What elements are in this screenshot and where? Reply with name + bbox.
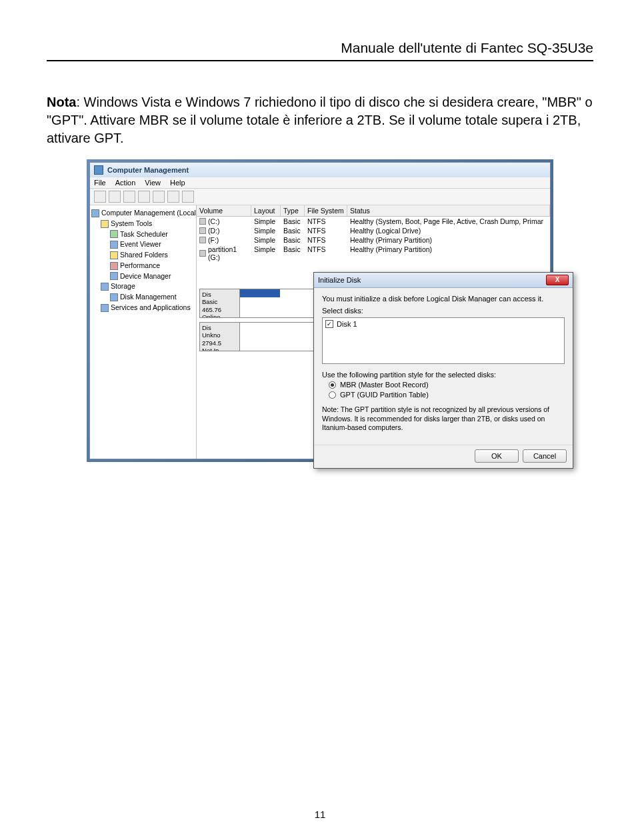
partition-style-label: Use the following partition style for th… [322, 371, 565, 379]
mbr-label: MBR (Master Boot Record) [340, 381, 429, 389]
radio-selected-icon[interactable] [329, 381, 336, 389]
menu-action[interactable]: Action [115, 179, 136, 187]
radio-icon[interactable] [329, 391, 336, 399]
tree-root[interactable]: Computer Management (Local [91, 208, 195, 219]
screenshot-container: Computer Management File Action View Hel… [87, 159, 553, 462]
toolbar-icon[interactable] [138, 191, 150, 203]
disk-icon [110, 293, 118, 301]
tree-disk-management[interactable]: Disk Management [91, 292, 195, 303]
tree-task-scheduler[interactable]: Task Scheduler [91, 229, 195, 240]
dialog-title: Initialize Disk [318, 276, 361, 284]
toolbar-icon[interactable] [182, 191, 194, 203]
col-layout[interactable]: Layout [251, 205, 281, 216]
mbr-radio-row[interactable]: MBR (Master Boot Record) [329, 381, 565, 389]
toolbar-icon[interactable] [123, 191, 135, 203]
close-button[interactable]: X [546, 275, 569, 285]
initialize-disk-dialog: Initialize Disk X You must initialize a … [313, 272, 573, 469]
tree-event-viewer[interactable]: Event Viewer [91, 239, 195, 250]
gpt-label: GPT (GUID Partition Table) [340, 391, 429, 399]
tree-system-tools[interactable]: System Tools [91, 219, 195, 229]
toolbar-icon[interactable] [167, 191, 179, 203]
volume-row[interactable]: (C:)SimpleBasicNTFSHealthy (System, Boot… [197, 217, 550, 226]
computer-icon [91, 209, 99, 217]
tree-performance[interactable]: Performance [91, 261, 195, 271]
tree-device-manager[interactable]: Device Manager [91, 271, 195, 282]
col-volume[interactable]: Volume [197, 205, 251, 216]
event-icon [110, 241, 118, 249]
volume-icon [199, 250, 206, 257]
disk-list[interactable]: ✓ Disk 1 [322, 317, 565, 364]
window-title: Computer Management [107, 166, 189, 174]
page-number: 11 [0, 809, 640, 820]
volume-icon [199, 218, 206, 225]
volume-row[interactable]: (F:)SimpleBasicNTFSHealthy (Primary Part… [197, 235, 550, 245]
menu-file[interactable]: File [94, 179, 106, 187]
volume-row[interactable]: (D:)SimpleBasicNTFSHealthy (Logical Driv… [197, 226, 550, 235]
note-body: : Windows Vista e Windows 7 richiedono i… [47, 95, 593, 145]
volume-header-row: Volume Layout Type File System Status [197, 205, 550, 217]
tree-storage[interactable]: Storage [91, 281, 195, 292]
back-icon[interactable] [94, 191, 106, 203]
disk-0-label: Dis Basic 465.76 Online [200, 289, 240, 317]
folder-icon [110, 251, 118, 259]
window-titlebar: Computer Management [90, 163, 550, 177]
toolbar [90, 189, 550, 205]
device-icon [110, 272, 118, 280]
select-disks-label: Select disks: [322, 307, 565, 315]
gpt-radio-row[interactable]: GPT (GUID Partition Table) [329, 391, 565, 399]
computer-management-window: Computer Management File Action View Hel… [89, 162, 551, 459]
ok-button[interactable]: OK [475, 449, 519, 463]
menu-bar: File Action View Help [90, 177, 550, 189]
col-filesystem[interactable]: File System [305, 205, 347, 216]
checkbox-checked-icon[interactable]: ✓ [325, 320, 333, 328]
volume-row[interactable]: partition1 (G:)SimpleBasicNTFSHealthy (P… [197, 245, 550, 262]
disk-1-checkbox-row[interactable]: ✓ Disk 1 [325, 320, 561, 328]
selection-bar [240, 289, 280, 297]
document-header: Manuale dell'utente di Fantec SQ-35U3e [47, 40, 593, 61]
perf-icon [110, 262, 118, 270]
storage-icon [101, 283, 109, 291]
dialog-message: You must initialize a disk before Logica… [322, 295, 565, 303]
disk-1-label: Dis Unkno 2794.5 Not In [200, 323, 240, 351]
content-panel: Volume Layout Type File System Status (C… [197, 205, 550, 459]
tools-icon [101, 220, 109, 228]
menu-view[interactable]: View [145, 179, 161, 187]
volume-icon [199, 227, 206, 234]
cancel-button[interactable]: Cancel [523, 449, 567, 463]
tree-panel: Computer Management (Local System Tools … [90, 205, 197, 459]
app-icon [94, 165, 103, 175]
disk-1-label: Disk 1 [337, 320, 357, 328]
col-status[interactable]: Status [347, 205, 550, 216]
menu-help[interactable]: Help [170, 179, 185, 187]
tree-shared-folders[interactable]: Shared Folders [91, 250, 195, 261]
clock-icon [110, 230, 118, 238]
dialog-note: Note: The GPT partition style is not rec… [322, 405, 565, 433]
refresh-icon[interactable] [153, 191, 165, 203]
note-paragraph: Nota: Windows Vista e Windows 7 richiedo… [47, 93, 593, 147]
dialog-titlebar: Initialize Disk X [314, 273, 573, 288]
tree-services[interactable]: Services and Applications [91, 303, 195, 313]
col-type[interactable]: Type [281, 205, 305, 216]
services-icon [101, 304, 109, 312]
volume-icon [199, 237, 206, 243]
note-label: Nota [47, 95, 76, 109]
forward-icon[interactable] [109, 191, 121, 203]
